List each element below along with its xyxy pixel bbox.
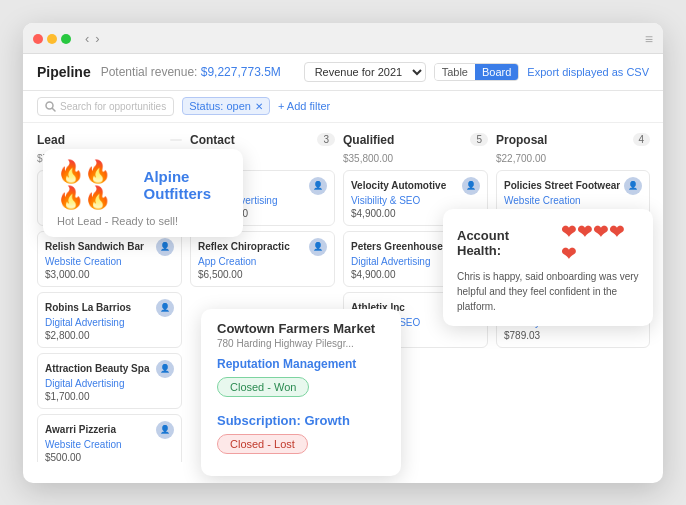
health-text: Chris is happy, said onboarding was very…	[457, 269, 639, 314]
fire-icon: 🔥🔥🔥🔥	[57, 159, 136, 211]
browser-window: ‹ › ≡ Pipeline Potential revenue: $9,227…	[23, 23, 663, 483]
col-header-proposal: Proposal 4	[496, 133, 650, 147]
export-button[interactable]: Export displayed as CSV	[527, 66, 649, 78]
nav-arrows: ‹ ›	[83, 31, 102, 46]
kanban-card[interactable]: Reflex Chiropractic 👤 App Creation $6,50…	[190, 231, 335, 287]
svg-line-1	[53, 108, 56, 111]
back-button[interactable]: ‹	[83, 31, 91, 46]
cowtown-service: Reputation Management	[217, 357, 385, 371]
col-header-contact: Contact 3	[190, 133, 335, 147]
col-count-contact: 3	[317, 133, 335, 146]
hearts-icon: ❤❤❤❤❤	[561, 221, 639, 265]
search-box[interactable]: Search for opportunities	[37, 97, 174, 116]
filter-bar: Search for opportunities Status: open ✕ …	[23, 91, 663, 123]
col-count-qualified: 5	[470, 133, 488, 146]
view-toggle: Table Board	[434, 63, 520, 81]
col-amount-proposal: $22,700.00	[496, 153, 650, 164]
avatar: 👤	[624, 177, 642, 195]
minimize-button[interactable]	[47, 34, 57, 44]
kanban-card[interactable]: Attraction Beauty Spa 👤 Digital Advertis…	[37, 353, 182, 409]
tooltip-cowtown: Cowtown Farmers Market 780 Harding Highw…	[201, 309, 401, 476]
potential-revenue-label: Potential revenue: $9,227,773.5M	[101, 65, 281, 79]
col-count-lead	[170, 139, 182, 141]
col-header-lead: Lead	[37, 133, 182, 147]
col-title-lead: Lead	[37, 133, 65, 147]
svg-point-0	[46, 102, 53, 109]
add-filter-button[interactable]: + Add filter	[278, 100, 330, 112]
status-badge: Status: open ✕	[182, 97, 270, 115]
cowtown-address: 780 Harding Highway Pilesgr...	[217, 338, 385, 349]
hamburger-icon[interactable]: ≡	[645, 31, 653, 47]
kanban-card[interactable]: Awarri Pizzeria 👤 Website Creation $500.…	[37, 414, 182, 462]
table-view-button[interactable]: Table	[435, 64, 475, 80]
col-title-qualified: Qualified	[343, 133, 394, 147]
avatar: 👤	[156, 299, 174, 317]
col-amount-qualified: $35,800.00	[343, 153, 488, 164]
app-content: Pipeline Potential revenue: $9,227,773.5…	[23, 54, 663, 483]
kanban-card[interactable]: Robins La Barrios 👤 Digital Advertising …	[37, 292, 182, 348]
forward-button[interactable]: ›	[93, 31, 101, 46]
cowtown-title: Cowtown Farmers Market	[217, 321, 385, 336]
top-bar-right: Revenue for 2021 Table Board Export disp…	[304, 62, 649, 82]
status-pill-lost: Closed - Lost	[217, 434, 308, 454]
tooltip-account-health: Account Health: ❤❤❤❤❤ Chris is happy, sa…	[443, 209, 653, 326]
col-title-contact: Contact	[190, 133, 235, 147]
col-count-proposal: 4	[633, 133, 651, 146]
health-title: Account Health: ❤❤❤❤❤	[457, 221, 639, 265]
maximize-button[interactable]	[61, 34, 71, 44]
board-view-button[interactable]: Board	[475, 64, 518, 80]
avatar: 👤	[309, 238, 327, 256]
revenue-year-select[interactable]: Revenue for 2021	[304, 62, 426, 82]
col-header-qualified: Qualified 5	[343, 133, 488, 147]
alpine-title: Alpine Outfitters	[144, 168, 229, 202]
tooltip-alpine: 🔥🔥🔥🔥 Alpine Outfitters Hot Lead - Ready …	[43, 149, 243, 237]
avatar: 👤	[156, 238, 174, 256]
pipeline-title: Pipeline	[37, 64, 91, 80]
top-bar: Pipeline Potential revenue: $9,227,773.5…	[23, 54, 663, 91]
status-pill-won: Closed - Won	[217, 377, 309, 397]
browser-chrome: ‹ › ≡	[23, 23, 663, 54]
traffic-lights	[33, 34, 71, 44]
avatar: 👤	[309, 177, 327, 195]
status-badge-close[interactable]: ✕	[255, 101, 263, 112]
avatar: 👤	[156, 421, 174, 439]
kanban-card[interactable]: Relish Sandwich Bar 👤 Website Creation $…	[37, 231, 182, 287]
col-title-proposal: Proposal	[496, 133, 547, 147]
search-icon	[45, 101, 56, 112]
subscription-title: Subscription: Growth	[217, 413, 385, 428]
search-placeholder: Search for opportunities	[60, 101, 166, 112]
close-button[interactable]	[33, 34, 43, 44]
avatar: 👤	[156, 360, 174, 378]
revenue-value: $9,227,773.5M	[201, 65, 281, 79]
avatar: 👤	[462, 177, 480, 195]
alpine-header: 🔥🔥🔥🔥 Alpine Outfitters	[57, 159, 229, 211]
alpine-subtitle: Hot Lead - Ready to sell!	[57, 215, 229, 227]
